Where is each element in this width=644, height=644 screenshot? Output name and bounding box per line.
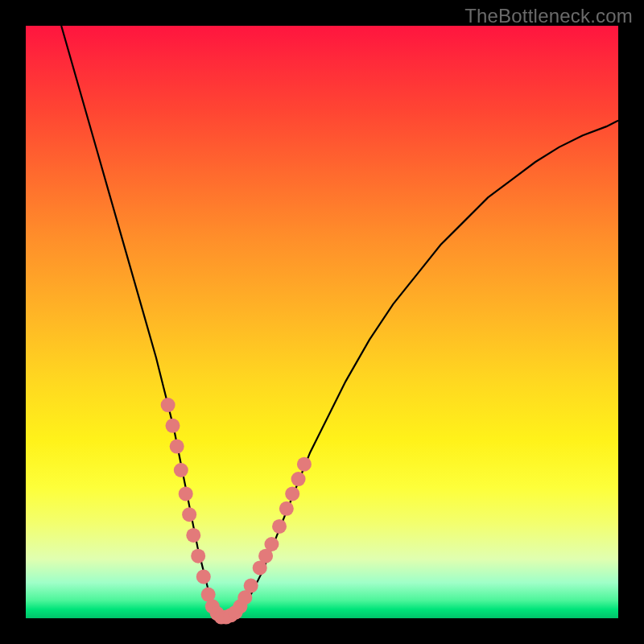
highlight-dot — [179, 486, 193, 501]
curve-layer — [26, 26, 618, 618]
highlight-dot — [182, 507, 196, 522]
chart-frame: TheBottleneck.com — [0, 0, 644, 644]
highlight-dot — [161, 398, 175, 412]
highlight-dot — [285, 486, 299, 501]
highlight-dot — [196, 569, 211, 584]
highlight-dot — [186, 528, 200, 543]
watermark-text: TheBottleneck.com — [464, 5, 633, 27]
plot-area — [26, 26, 618, 618]
highlight-dot — [297, 457, 312, 472]
highlight-dot — [170, 440, 184, 454]
highlight-dot — [264, 537, 279, 551]
bottleneck-curve — [61, 26, 618, 618]
highlight-dot — [191, 549, 205, 564]
highlight-dot — [279, 502, 294, 516]
highlight-dot — [272, 519, 287, 534]
highlight-dot — [174, 463, 188, 477]
highlight-dot — [291, 472, 306, 486]
highlight-dot — [166, 419, 180, 433]
highlight-dots — [161, 398, 312, 624]
highlight-dot — [244, 579, 258, 593]
